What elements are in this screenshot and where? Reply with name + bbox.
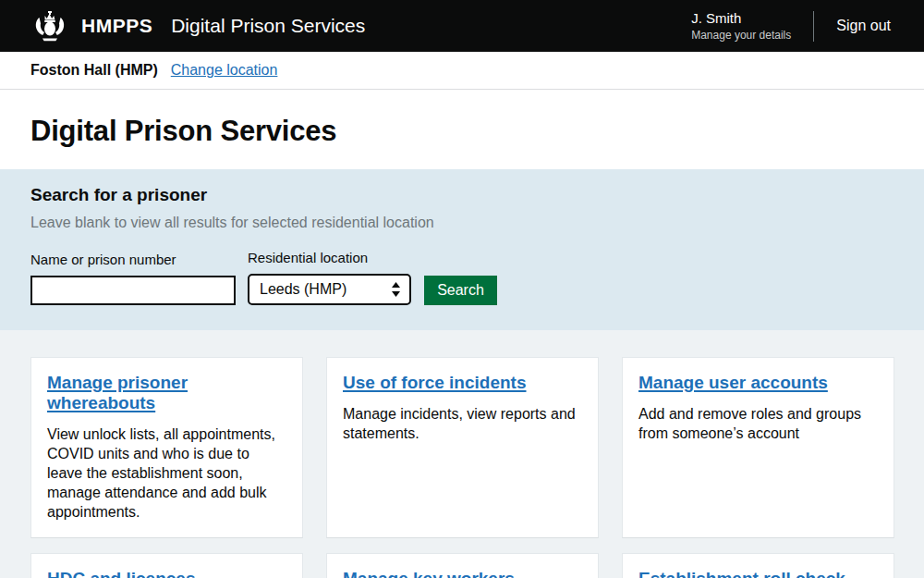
selected-location: Leeds (HMP): [260, 281, 346, 298]
tile-link[interactable]: Manage key workers: [343, 569, 515, 578]
name-field-label: Name or prison number: [30, 252, 236, 267]
tile-hdc-and-licences: HDC and licences Create and manage Home …: [30, 553, 303, 578]
tiles-grid: Manage prisoner whereabouts View unlock …: [30, 357, 894, 578]
tile-link[interactable]: HDC and licences: [47, 569, 196, 578]
tile-link[interactable]: Manage prisoner whereabouts: [47, 373, 188, 412]
change-location-link[interactable]: Change location: [171, 62, 278, 79]
tile-link[interactable]: Establishment roll check: [638, 569, 845, 578]
sign-out-button[interactable]: Sign out: [836, 18, 891, 34]
tiles-section: Manage prisoner whereabouts View unlock …: [0, 330, 924, 578]
tile-manage-prisoner-whereabouts: Manage prisoner whereabouts View unlock …: [30, 357, 303, 538]
hmpps-crest-icon: [30, 9, 69, 43]
user-name: J. Smith: [691, 10, 791, 26]
location-field-group: Residential location Leeds (HMP): [248, 250, 411, 305]
search-heading: Search for a prisoner: [30, 185, 894, 205]
service-name: Digital Prison Services: [171, 15, 365, 37]
page-title: Digital Prison Services: [30, 115, 894, 148]
tile-description: Manage incidents, view reports and state…: [343, 404, 582, 443]
tile-description: View unlock lists, all appointments, COV…: [47, 424, 286, 522]
search-hint: Leave blank to view all results for sele…: [30, 215, 894, 231]
tile-link[interactable]: Use of force incidents: [343, 373, 527, 392]
residential-location-select[interactable]: Leeds (HMP): [248, 274, 411, 305]
current-location: Foston Hall (HMP): [30, 62, 158, 79]
masthead-user-area: J. Smith Manage your details Sign out: [691, 10, 891, 42]
name-or-number-input[interactable]: [30, 276, 236, 305]
home-link[interactable]: HMPPS Digital Prison Services: [30, 9, 365, 43]
tile-establishment-roll-check: Establishment roll check View the roll b…: [622, 553, 894, 578]
search-button[interactable]: Search: [424, 276, 497, 305]
location-field-label: Residential location: [248, 250, 411, 265]
tile-manage-key-workers: Manage key workers Add and remove key wo…: [326, 553, 599, 578]
masthead: HMPPS Digital Prison Services J. Smith M…: [0, 0, 924, 52]
org-name: HMPPS: [81, 15, 152, 37]
tile-description: Add and remove roles and groups from som…: [638, 404, 878, 443]
tile-use-of-force-incidents: Use of force incidents Manage incidents,…: [326, 357, 599, 538]
location-bar: Foston Hall (HMP) Change location: [0, 52, 924, 90]
tile-link[interactable]: Manage user accounts: [638, 373, 828, 392]
user-menu[interactable]: J. Smith Manage your details: [691, 10, 791, 42]
prisoner-search-panel: Search for a prisoner Leave blank to vie…: [0, 169, 924, 330]
name-field-group: Name or prison number: [30, 252, 236, 305]
search-form: Name or prison number Residential locati…: [30, 250, 894, 305]
manage-details-link[interactable]: Manage your details: [691, 29, 791, 42]
masthead-divider: [813, 11, 814, 42]
tile-manage-user-accounts: Manage user accounts Add and remove role…: [622, 357, 894, 538]
select-spinner-icon: [391, 282, 401, 297]
